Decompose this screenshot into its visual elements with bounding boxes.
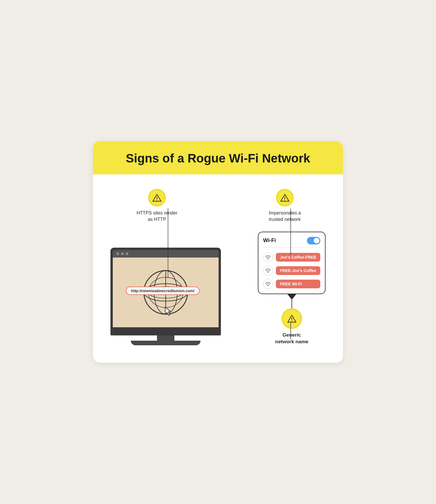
svg-marker-14 (165, 307, 170, 315)
warning-triangle-icon-3: ! (287, 314, 296, 323)
wifi-panel: Wi-Fi (258, 232, 326, 294)
main-card: Signs of a Rogue Wi-Fi Network ! HTTPS s… (93, 141, 343, 363)
wifi-network-name-2: FREE-Joe's Coffee (276, 266, 320, 275)
content-section: ! HTTPS sites render as HTTP ! Impersona… (93, 174, 343, 363)
panel-connector-triangle (287, 294, 296, 300)
impersonate-sign-text: Impersonates a trusted network (262, 210, 308, 223)
dot-1 (116, 252, 119, 255)
impersonate-sign-label: ! Impersonates a trusted network (262, 189, 308, 223)
generic-warning-badge: ! (282, 308, 302, 329)
wifi-network-item-1: Joe's Coffee-FREE (263, 252, 320, 262)
svg-text:!: ! (284, 196, 285, 201)
wifi-panel-title: Wi-Fi (263, 237, 276, 244)
warning-triangle-icon: ! (152, 193, 162, 202)
generic-network-badge: ! Generic network name (274, 308, 309, 346)
wifi-signal-icon-3 (263, 279, 273, 289)
wifi-panel-header: Wi-Fi (263, 237, 320, 248)
laptop-illustration: http://newmeadowcreditunion.com/ (110, 248, 221, 345)
svg-point-15 (268, 259, 269, 260)
toggle-knob (314, 238, 319, 244)
wifi-toggle[interactable] (307, 237, 320, 244)
dot-2 (121, 252, 124, 255)
laptop-screen-outer: http://newmeadowcreditunion.com/ (110, 248, 221, 327)
https-sign-text: HTTPS sites render as HTTP (134, 210, 180, 223)
laptop-bottom-bar (110, 327, 221, 335)
laptop-stand (157, 335, 174, 341)
url-text: http://newmeadowcreditunion.com/ (131, 289, 194, 293)
laptop-stand-group (110, 335, 221, 345)
svg-text:!: ! (156, 196, 158, 201)
wifi-network-name-3: FREE Wi-Fi (276, 280, 320, 288)
header-section: Signs of a Rogue Wi-Fi Network (93, 141, 343, 174)
dot-3 (126, 252, 128, 255)
svg-point-16 (268, 272, 269, 273)
laptop-screen: http://newmeadowcreditunion.com/ (113, 258, 219, 327)
warning-triangle-icon-2: ! (280, 193, 290, 202)
wifi-section: Wi-Fi (258, 232, 326, 346)
https-sign-label: ! HTTPS sites render as HTTP (134, 189, 180, 223)
wifi-network-item-3: FREE Wi-Fi (263, 279, 320, 289)
https-warning-badge: ! (148, 189, 166, 206)
page-title: Signs of a Rogue Wi-Fi Network (105, 152, 331, 165)
wifi-network-item-2: FREE-Joe's Coffee (263, 266, 320, 276)
wifi-network-name-1: Joe's Coffee-FREE (276, 253, 320, 262)
url-bar: http://newmeadowcreditunion.com/ (126, 287, 200, 295)
laptop-base (131, 341, 201, 345)
svg-text:!: ! (291, 317, 292, 322)
wifi-signal-icon-2 (263, 266, 273, 276)
top-signs-row: ! HTTPS sites render as HTTP ! Impersona… (110, 189, 326, 223)
laptop-titlebar (113, 250, 219, 258)
generic-sign-text: Generic network name (274, 332, 309, 346)
cursor-icon (164, 307, 172, 317)
wifi-signal-icon-1 (263, 252, 273, 262)
impersonate-warning-badge: ! (276, 189, 294, 206)
panel-connector-line (292, 300, 292, 308)
illustration-area: http://newmeadowcreditunion.com/ (110, 232, 326, 346)
svg-point-17 (268, 285, 269, 286)
